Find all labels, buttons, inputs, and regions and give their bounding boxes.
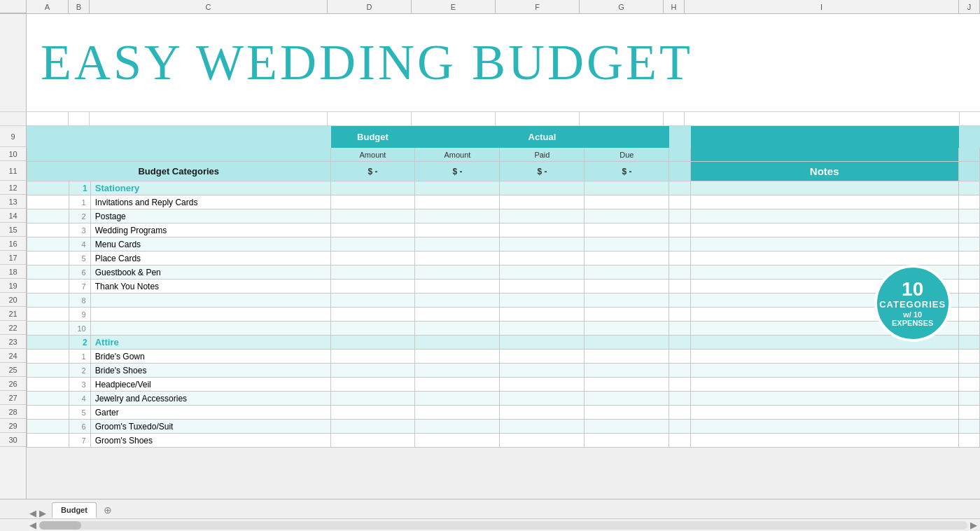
col-a-header: A — [27, 0, 69, 13]
col-d-header: D — [328, 0, 412, 13]
item-name: Jewelry and Accessories — [90, 392, 330, 406]
due-dollar-header: $ - — [584, 162, 669, 181]
actual-dollar-header: $ - — [415, 162, 500, 181]
col-g-header: G — [580, 0, 664, 13]
item-name: Place Cards — [90, 251, 330, 266]
item-num: 8 — [69, 294, 90, 308]
item-name: Wedding Programs — [90, 223, 330, 237]
rn-28: 28 — [0, 405, 26, 419]
sheet-tabs: ◀ ▶ Budget ⊕ — [0, 499, 980, 518]
item-num: 10 — [69, 322, 90, 336]
table-row: 5 Garter — [27, 406, 980, 420]
item-name: Bride's Shoes — [90, 364, 330, 378]
app-wrapper: A B C D E F G H I J 9 10 11 12 13 14 15 … — [0, 0, 980, 531]
item-num: 7 — [69, 434, 90, 448]
rn-12: 12 — [0, 181, 26, 195]
item-num: 1 — [69, 195, 90, 209]
notes-label: Notes — [690, 162, 958, 181]
horizontal-scrollbar[interactable] — [39, 521, 967, 530]
budget-table: Budget Actual Amount Amount Paid — [27, 126, 980, 448]
rn-21: 21 — [0, 307, 26, 321]
add-tab-button[interactable]: ⊕ — [98, 502, 118, 518]
stationery-num: 1 — [69, 181, 90, 195]
table-row: 7 Thank You Notes — [27, 280, 980, 294]
item-name — [90, 308, 330, 322]
notes-cell-row10 — [690, 148, 958, 162]
rn-23: 23 — [0, 335, 26, 349]
rn-13: 13 — [0, 195, 26, 209]
table-row: 3 Headpiece/Veil — [27, 378, 980, 392]
badge-categories: CATEGORIES — [879, 299, 946, 311]
item-num: 2 — [69, 209, 90, 223]
item-name: Garter — [90, 406, 330, 420]
rn-11: 11 — [0, 161, 26, 181]
item-name: Headpiece/Veil — [90, 378, 330, 392]
stationery-category-row: 1 Stationery — [27, 181, 980, 195]
table-row: 1 Bride's Gown — [27, 350, 980, 364]
item-num: 6 — [69, 266, 90, 280]
column-headers: A B C D E F G H I J — [0, 0, 980, 14]
budget-tab[interactable]: Budget — [52, 502, 97, 518]
actual-amount-header: Amount — [415, 148, 500, 162]
header-row-categories: Budget Categories $ - $ - $ - $ - Notes — [27, 162, 980, 181]
attire-num: 2 — [69, 336, 90, 350]
actual-header: Actual — [415, 127, 669, 148]
item-name — [90, 294, 330, 308]
item-name: Menu Cards — [90, 237, 330, 251]
col-j-header: J — [959, 0, 980, 13]
table-row: 3 Wedding Programs — [27, 223, 980, 237]
item-name: Invitations and Reply Cards — [90, 195, 330, 209]
table-row: 1 Invitations and Reply Cards — [27, 195, 980, 209]
rn-24: 24 — [0, 349, 26, 363]
col-c-header: C — [90, 0, 328, 13]
rn-19: 19 — [0, 279, 26, 293]
item-name: Groom's Tuxedo/Suit — [90, 420, 330, 434]
hscroll-left-arrow[interactable]: ◀ — [29, 520, 36, 530]
table-row: 6 Guestbook & Pen — [27, 266, 980, 280]
corner-cell — [0, 0, 27, 13]
col-h-header: H — [664, 0, 685, 13]
tab-scroll-left[interactable]: ◀ — [29, 508, 36, 518]
badge: 10 CATEGORIES w/ 10 EXPENSES — [874, 265, 951, 342]
item-num: 3 — [69, 378, 90, 392]
notes-header — [690, 127, 958, 148]
item-num: 5 — [69, 406, 90, 420]
table-row: 8 — [27, 294, 980, 308]
badge-expenses: EXPENSES — [892, 319, 933, 327]
item-name — [90, 322, 330, 336]
rn-30: 30 — [0, 433, 26, 447]
item-num: 4 — [69, 237, 90, 251]
item-name: Groom's Shoes — [90, 434, 330, 448]
rn-18: 18 — [0, 265, 26, 279]
attire-category-row: 2 Attire 10 CATEGORIES w/ 10 EXPENSES — [27, 336, 980, 350]
tab-scroll-right[interactable]: ▶ — [39, 508, 46, 518]
rn-27: 27 — [0, 391, 26, 405]
paid-header: Paid — [500, 148, 584, 162]
stationery-name: Stationery — [90, 181, 330, 195]
row-8 — [27, 112, 980, 126]
table-row: 2 Bride's Shoes — [27, 364, 980, 378]
rn-1-7 — [0, 14, 26, 112]
main-content: 9 10 11 12 13 14 15 16 17 18 19 20 21 22… — [0, 14, 980, 499]
item-name: Guestbook & Pen — [90, 266, 330, 280]
rn-10: 10 — [0, 147, 26, 161]
item-num: 9 — [69, 308, 90, 322]
scrollbar-thumb[interactable] — [39, 521, 81, 530]
item-name: Postage — [90, 209, 330, 223]
budget-amount-header: Amount — [330, 148, 415, 162]
table-row: 10 — [27, 322, 980, 336]
table-row: 4 Menu Cards — [27, 237, 980, 251]
budget-dollar-header: $ - — [330, 162, 415, 181]
table-row: 6 Groom's Tuxedo/Suit — [27, 420, 980, 434]
table-row: 9 — [27, 308, 980, 322]
hscroll-right-arrow[interactable]: ▶ — [970, 520, 977, 530]
table-container: Budget Actual Amount Amount Paid — [27, 126, 980, 499]
item-num: 2 — [69, 364, 90, 378]
item-num: 4 — [69, 392, 90, 406]
row-number-column: 9 10 11 12 13 14 15 16 17 18 19 20 21 22… — [0, 14, 27, 499]
badge-connector: w/ 10 — [903, 310, 922, 319]
badge-number: 10 — [902, 280, 923, 299]
rn-20: 20 — [0, 293, 26, 307]
grid-content: EASY WEDDING BUDGET — [27, 14, 980, 499]
item-name: Thank You Notes — [90, 280, 330, 294]
